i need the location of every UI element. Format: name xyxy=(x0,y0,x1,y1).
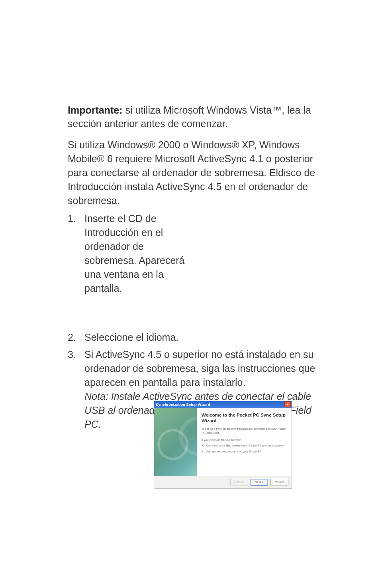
wizard-side-graphic xyxy=(154,408,197,476)
important-label: Importante: xyxy=(68,104,123,116)
wizard-footer: < Back Next > Cancel xyxy=(154,476,292,488)
wizard-subtext-2: If you click Cancel, you can still: xyxy=(202,439,288,441)
wizard-content: Welcome to the Pocket PC Sync Setup Wiza… xyxy=(197,408,292,476)
document-page: Importante: si utiliza Microsoft Windows… xyxy=(0,0,380,588)
body-paragraph-1: Si utiliza Windows® 2000 o Windows® XP, … xyxy=(68,138,328,208)
cancel-button[interactable]: Cancel xyxy=(270,479,288,486)
sync-setup-wizard-dialog: Synchronization Setup Wizard × Welcome t… xyxy=(154,401,292,488)
wizard-heading: Welcome to the Pocket PC Sync Setup Wiza… xyxy=(202,412,288,424)
list-number: 1. xyxy=(68,212,84,295)
close-button[interactable]: × xyxy=(284,401,291,407)
list-number: 3. xyxy=(68,348,84,431)
next-button[interactable]: Next > xyxy=(251,479,268,486)
wizard-titlebar: Synchronization Setup Wizard × xyxy=(154,401,292,408)
spacer xyxy=(68,299,328,330)
wizard-bullet-item: Copy and move files between your Pocket … xyxy=(206,444,288,447)
wizard-subtext-1: To set up a sync partnership between thi… xyxy=(202,427,288,435)
back-button[interactable]: < Back xyxy=(230,479,248,486)
ordered-list: 1. Inserte el CD de Introducción en el o… xyxy=(68,212,328,431)
list-and-wizard-group: 1. Inserte el CD de Introducción en el o… xyxy=(68,212,328,431)
wizard-body: Welcome to the Pocket PC Sync Setup Wiza… xyxy=(154,408,292,476)
list-item-text: Si ActiveSync 4.5 o superior no está ins… xyxy=(84,349,315,388)
list-number: 2. xyxy=(68,330,84,344)
wizard-bullets: Copy and move files between your Pocket … xyxy=(206,444,288,453)
wizard-title: Synchronization Setup Wizard xyxy=(156,402,284,407)
list-item-text: Inserte el CD de Introducción en el orde… xyxy=(84,212,188,295)
list-item-2: 2. Seleccione el idioma. xyxy=(68,330,328,344)
wizard-bullet-item: Add and remove programs on your Pocket P… xyxy=(206,450,288,453)
important-paragraph: Importante: si utiliza Microsoft Windows… xyxy=(68,104,328,131)
close-icon: × xyxy=(286,403,288,406)
list-item-text: Seleccione el idioma. xyxy=(84,330,328,344)
list-item-1: 1. Inserte el CD de Introducción en el o… xyxy=(68,212,328,295)
